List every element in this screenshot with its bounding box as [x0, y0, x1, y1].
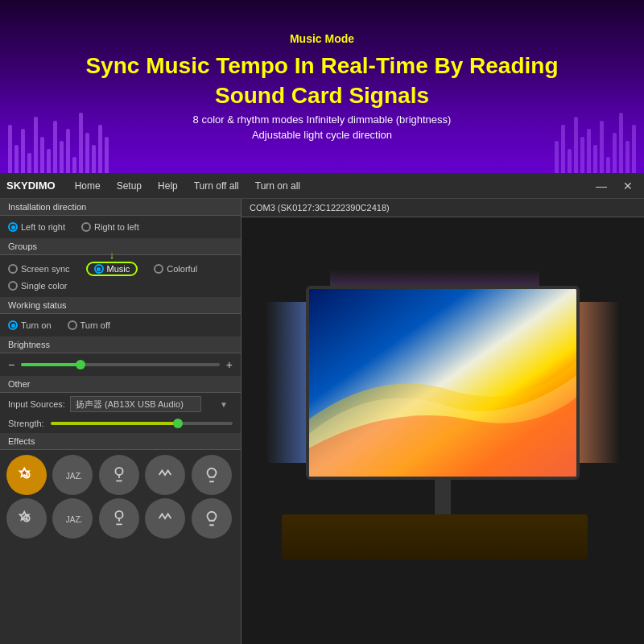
radio-dot-on [8, 320, 18, 330]
effect-btn-2[interactable] [99, 455, 139, 495]
app-name: SKYDIMO [6, 180, 56, 192]
radio-turn-off[interactable]: Turn off [68, 320, 110, 330]
menu-turn-off-all[interactable]: Turn off all [191, 179, 242, 193]
effect-btn-9[interactable] [192, 498, 232, 539]
minimize-button[interactable]: — [591, 180, 612, 192]
working-status-header: Working status [0, 297, 241, 314]
app-window: SKYDIMO Home Setup Help Turn off all Tur… [0, 173, 644, 644]
groups-radio-group-2: Single color [8, 281, 233, 291]
right-panel: COM3 (SK0127:3C1222390C2418) [242, 199, 644, 644]
monitor-wrap [298, 286, 588, 576]
banner-title: Sync Music Tempo In Real-Time By Reading… [53, 52, 590, 110]
radio-dot-off [68, 320, 77, 330]
radio-screen-sync[interactable]: Screen sync [8, 264, 70, 274]
strength-label: Strength: [8, 419, 44, 428]
strength-row: Strength: [0, 415, 241, 433]
groups-header: Groups [0, 238, 241, 255]
input-source-select-wrapper: 扬声器 (AB13X USB Audio) ▼ [70, 396, 233, 412]
banner-sub2: Adjustable light cycle direction [252, 129, 392, 141]
installation-content: Left to right Right to left [0, 216, 241, 238]
radio-colorful[interactable]: Colorful [154, 264, 197, 274]
groups-content: Screen sync Music ↓ Colorful [0, 255, 241, 297]
close-button[interactable]: ✕ [618, 180, 638, 192]
effects-grid: JAZZ JAZZ [0, 450, 241, 543]
radio-dot-left [8, 222, 18, 232]
strength-fill [51, 422, 178, 425]
working-status-radio-group: Turn on Turn off [8, 320, 233, 330]
effect-btn-6[interactable]: JAZZ [52, 498, 93, 539]
brightness-minus[interactable]: − [8, 358, 14, 371]
effect-btn-8[interactable] [145, 498, 185, 539]
right-header: COM3 (SK0127:3C1222390C2418) [242, 199, 644, 217]
radio-dot-screen [8, 264, 18, 274]
strength-slider[interactable] [51, 421, 233, 426]
radio-music-badge[interactable]: Music ↓ [86, 262, 138, 276]
brightness-thumb[interactable] [76, 360, 85, 369]
brightness-fill [21, 363, 80, 366]
effect-btn-5[interactable] [6, 498, 47, 539]
left-panel: Installation direction Left to right Rig… [0, 199, 242, 644]
menu-turn-on-all[interactable]: Turn on all [252, 179, 303, 193]
menu-home[interactable]: Home [72, 179, 104, 193]
arrow-indicator: ↓ [109, 249, 115, 261]
radio-dot-single [8, 281, 18, 291]
radio-single-color[interactable]: Single color [8, 281, 67, 291]
main-content: Installation direction Left to right Rig… [0, 199, 644, 644]
monitor-area [242, 217, 644, 644]
working-status-content: Turn on Turn off [0, 314, 241, 336]
menu-help[interactable]: Help [155, 179, 181, 193]
brightness-plus[interactable]: + [226, 358, 233, 371]
brightness-slider[interactable] [21, 362, 220, 367]
effect-btn-4[interactable] [192, 455, 232, 495]
svg-text:JAZZ: JAZZ [66, 471, 81, 480]
other-header: Other [0, 376, 241, 393]
banner: Music Mode Sync Music Tempo In Real-Time… [0, 0, 644, 173]
monitor-screen [309, 289, 576, 477]
strength-thumb[interactable] [173, 419, 183, 428]
radio-right-to-left[interactable]: Right to left [81, 222, 139, 232]
title-bar-controls: — ✕ [591, 180, 638, 192]
effect-btn-0[interactable] [6, 455, 47, 495]
brightness-row: − + [0, 353, 241, 376]
desk-surface [282, 514, 588, 559]
banner-sub1: 8 color & rhythm modes Infinitely dimmab… [193, 114, 452, 126]
effect-btn-3[interactable] [145, 455, 185, 495]
radio-dot-music [94, 264, 104, 274]
effect-btn-1[interactable]: JAZZ [52, 455, 93, 495]
installation-header: Installation direction [0, 199, 241, 216]
menu-setup[interactable]: Setup [114, 179, 145, 193]
monitor-outer [306, 286, 580, 480]
installation-radio-group: Left to right Right to left [8, 222, 233, 232]
select-arrow-icon: ▼ [220, 400, 228, 409]
groups-radio-group: Screen sync Music ↓ Colorful [8, 262, 233, 276]
radio-dot-right [81, 222, 91, 232]
radio-dot-colorful [154, 264, 163, 274]
brightness-track [21, 363, 220, 366]
brightness-header: Brightness [0, 336, 241, 353]
strength-track [51, 422, 233, 425]
title-bar: SKYDIMO Home Setup Help Turn off all Tur… [0, 173, 644, 199]
radio-turn-on[interactable]: Turn on [8, 320, 52, 330]
effect-btn-7[interactable] [99, 498, 139, 539]
effects-header: Effects [0, 433, 241, 450]
radio-left-to-right[interactable]: Left to right [8, 222, 65, 232]
input-source-row: Input Sources: 扬声器 (AB13X USB Audio) ▼ [0, 393, 241, 415]
banner-mode: Music Mode [290, 32, 354, 45]
monitor-stand-neck [435, 480, 451, 517]
input-source-select[interactable]: 扬声器 (AB13X USB Audio) [70, 396, 201, 412]
input-source-label: Input Sources: [8, 399, 65, 409]
svg-text:JAZZ: JAZZ [66, 514, 81, 523]
